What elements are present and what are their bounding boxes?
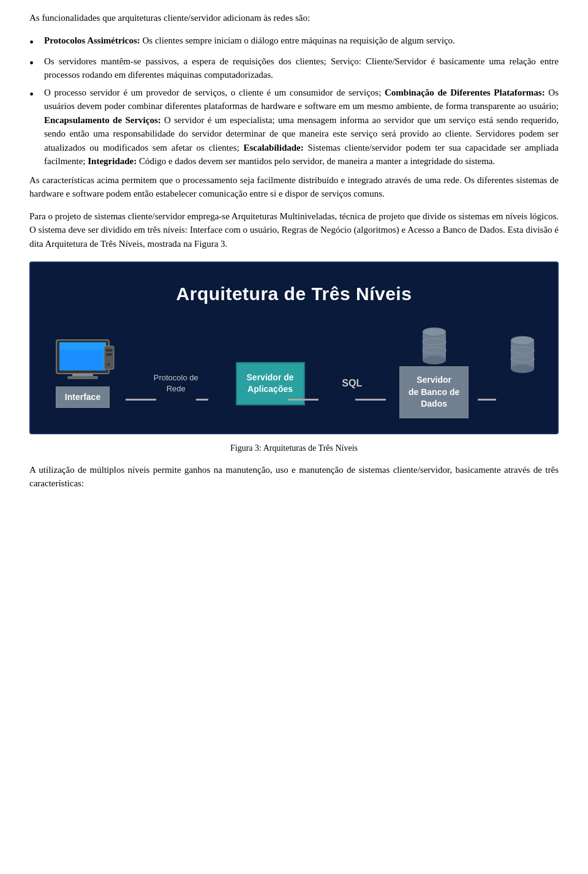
db-server-slot: Servidor de Banco de Dados: [399, 325, 469, 418]
protocol-slot: Protocolo deRede: [154, 348, 198, 394]
protocol-label: Protocolo deRede: [154, 372, 198, 394]
svg-point-16: [511, 364, 534, 373]
db-server-label: Servidor de Banco de Dados: [409, 374, 459, 410]
list-item: • Os servidores mantêm-se passivos, a es…: [29, 55, 559, 82]
db-server-box: Servidor de Banco de Dados: [399, 366, 469, 418]
svg-rect-1: [67, 376, 98, 379]
svg-rect-6: [106, 349, 112, 352]
computer-icon: [49, 335, 116, 386]
sql-slot: SQL: [342, 352, 362, 391]
bullet-list: • Protocolos Assimétricos: Os clientes s…: [29, 34, 559, 168]
list-item: • Protocolos Assimétricos: Os clientes s…: [29, 34, 559, 51]
diagram-caption: Figura 3: Arquiteturas de Três Níveis: [29, 442, 559, 454]
svg-point-15: [511, 336, 534, 345]
app-server-box: Servidor de Aplicações: [236, 362, 305, 405]
svg-point-8: [107, 363, 110, 366]
architecture-diagram: Arquitetura de Três Níveis: [29, 262, 559, 434]
bullet-symbol: •: [29, 55, 43, 72]
interface-label: Interface: [56, 386, 110, 408]
bullet-symbol: •: [29, 86, 43, 103]
app-server-slot: Servidor de Aplicações: [236, 337, 305, 405]
app-server-label: Servidor de Aplicações: [247, 372, 294, 396]
svg-point-10: [423, 328, 446, 336]
list-item: • O processo servidor é um provedor de s…: [29, 86, 559, 168]
main-content: As funcionalidades que arquiteturas clie…: [29, 11, 559, 491]
bullet-text-1: Protocolos Assimétricos: Os clientes sem…: [44, 34, 559, 48]
database-cylinder-icon: [418, 325, 451, 366]
para3: Para o projeto de sistemas cliente/servi…: [29, 209, 559, 251]
svg-rect-7: [106, 353, 112, 356]
sql-label: SQL: [342, 376, 362, 391]
bullet-text-3: O processo servidor é um provedor de ser…: [44, 86, 559, 168]
db-cylinder-right-slot: [506, 333, 539, 410]
bullet-text-2: Os servidores mantêm-se passivos, a espe…: [44, 55, 559, 82]
svg-rect-4: [59, 342, 106, 350]
intro-paragraph: As funcionalidades que arquiteturas clie…: [29, 11, 559, 25]
diagram-body: Interface Protocolo deRede Servidor de A…: [43, 325, 545, 418]
interface-slot: Interface: [49, 335, 116, 408]
database-cylinder-right-icon: [506, 333, 539, 375]
para2: As características acima permitem que o …: [29, 173, 559, 201]
diagram-title: Arquitetura de Três Níveis: [43, 280, 545, 307]
bullet-symbol: •: [29, 34, 43, 51]
last-paragraph: A utilização de múltiplos níveis permite…: [29, 463, 559, 491]
svg-point-11: [423, 356, 446, 364]
